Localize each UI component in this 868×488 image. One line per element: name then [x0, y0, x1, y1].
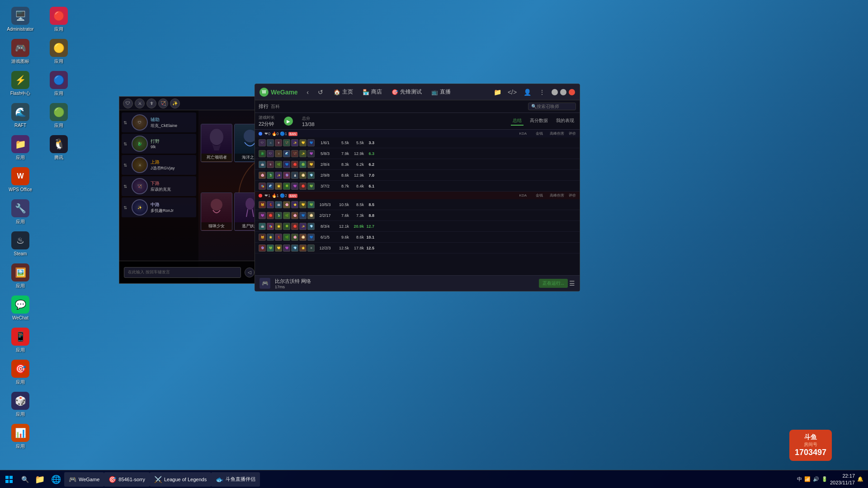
wegame-minimize-btn[interactable] [552, 89, 558, 95]
red-row-1-score: 8.5 [365, 202, 374, 207]
blue-row-5-champs: 🎭 🌊 🌟 🍀 💜 🔴 💚 [259, 183, 315, 190]
taskbar-start-btn[interactable] [0, 470, 18, 488]
blue-row-1-score: 3.3 [365, 141, 374, 145]
blue-row-2-champs: 🐉 🛡 ⚔ 🌊 🏹 ✨ 💜 [259, 150, 315, 157]
rankings-search-input[interactable] [537, 104, 573, 109]
wegame-code-btn[interactable]: </> [507, 87, 518, 98]
red-row-4-champs: 🐱 ⭐ 💃 🌿 🌸 🌕 💙 [259, 234, 315, 241]
tab-highscore[interactable]: 高分数据 [528, 117, 550, 126]
desktop-icon-wechat[interactable]: 💬 WeChat [2, 293, 38, 323]
wegame-menu-test[interactable]: 🎯 先锋测试 [388, 86, 425, 98]
desktop-icon-app8[interactable]: 🔴 应用 [41, 5, 77, 34]
desktop-icon-app2[interactable]: 🔧 应用 [2, 197, 38, 227]
taskbar-wegame-app[interactable]: 🎮 WeGame [64, 472, 104, 487]
status-game-info: 比尔古沃特 网络 17ms [275, 278, 311, 289]
team-member-jungle: ⇅ 🐉 打野 9lk [122, 134, 196, 154]
blue-highscore-header: 高峰伤害 [550, 131, 564, 136]
swap-icon-jungle[interactable]: ⇅ [123, 141, 129, 146]
taskbar-notification-btn[interactable]: 🔔 [857, 476, 863, 482]
rankings-stats-header: 游戏时长 22分钟 ▶ 总分 13/38 总结 高分数据 我的表现 [255, 113, 580, 130]
douyu-sub: 房间号 [795, 441, 826, 448]
taskbar-time-value: 22:17 [830, 473, 855, 479]
swap-icon-mid[interactable]: ⇅ [123, 205, 129, 210]
taskbar-search-btn[interactable]: 🔍 [18, 473, 32, 486]
wegame-menu-shop[interactable]: 🏪 商店 [359, 86, 386, 98]
red-row-2-kda: 2/2/17 [316, 213, 334, 218]
wegame-more-btn[interactable]: ⋮ [537, 87, 547, 98]
desktop-icon-steam[interactable]: ♨ Steam [2, 229, 38, 259]
wegame-maximize-btn[interactable] [560, 89, 566, 95]
desktop-icon-raft[interactable]: 🌊 RAFT [2, 101, 38, 131]
desktop-icon-app10[interactable]: 🔵 应用 [41, 69, 77, 99]
taskbar-chrome-btn[interactable]: 🌐 [48, 471, 64, 488]
wegame-back-btn[interactable]: ‹ [302, 87, 313, 98]
tab-summary[interactable]: 总结 [511, 117, 524, 126]
lol-title-left-icons: 🛡 ⚔ 🗡 🏹 ✨ [123, 99, 180, 108]
desktop-icon-app3[interactable]: 🖼️ 应用 [2, 261, 38, 291]
taskbar-lol-client-label: 85461-sorry [118, 477, 145, 482]
red-row-4-highscore: 8.6k [350, 235, 364, 239]
desktop-icon-app4[interactable]: 📱 应用 [2, 325, 38, 355]
ally-champ-name-1: 死亡颂唱者 [201, 154, 232, 161]
blue-row-3-highscore: 6.2k [350, 162, 364, 167]
blue-row-2-highscore: 12.9k [350, 151, 364, 156]
wegame-folder-btn[interactable]: 📁 [492, 87, 503, 98]
lol-chat-input[interactable]: 在此输入 按回车键发言 [124, 267, 241, 278]
blue-row-1-highscore: 5.5k [350, 141, 364, 145]
desktop-icon-penguin[interactable]: 🐧 腾讯 [41, 133, 77, 163]
desktop-icon-app5[interactable]: 🎯 应用 [2, 357, 38, 387]
desktop-icon-app1[interactable]: 📁 应用 [2, 133, 38, 163]
status-menu-btn[interactable]: ☰ [569, 280, 575, 287]
taskbar-wifi-icon[interactable]: 📶 [804, 476, 811, 482]
taskbar-douyu-app[interactable]: 🐟 斗鱼直播伴侣 [211, 472, 260, 487]
blue-row-1: 🛡 ⚔ 🗡 🏹 ✨ 💛 💙 1/6/1 5.5k 5.5k 3.3 [255, 137, 580, 148]
lol-icon-5: ✨ [170, 99, 180, 108]
member-info-support: 辅助 坦克_CkElaine [151, 117, 194, 129]
tab-myperf[interactable]: 我的表现 [554, 117, 576, 126]
swap-icon-bottom[interactable]: ⇅ [123, 184, 129, 189]
desktop-icon-app7[interactable]: 📊 应用 [2, 422, 38, 451]
taskbar-date-value: 2023/11/17 [830, 479, 855, 486]
desktop-icon-game1[interactable]: 🎮 游戏图标 [2, 37, 38, 66]
desktop-icon-administrator[interactable]: 🖥️ Administrator [2, 5, 38, 34]
wegame-refresh-btn[interactable]: ↺ [315, 87, 326, 98]
team-member-support: ⇅ 🛡 辅助 坦克_CkElaine [122, 113, 196, 132]
member-info-top: 上路 J选否RGVjay [151, 159, 194, 171]
member-info-mid: 中路 多悦趣RonJr [151, 202, 194, 214]
taskbar-lol-client-app[interactable]: 🎯 85461-sorry [104, 472, 150, 487]
taskbar-explorer-btn[interactable]: 📁 [32, 471, 48, 488]
ally-champ-slot-1[interactable]: 死亡颂唱者 [201, 124, 232, 162]
taskbar-lang-icon[interactable]: 中 [797, 476, 802, 483]
desktop-icon-app11[interactable]: 🟢 应用 [41, 101, 77, 131]
taskbar-sound-icon[interactable]: 🔊 [813, 476, 819, 482]
enemy-champ-slot-1[interactable]: 猫咪少女 [201, 192, 232, 231]
desktop-icon-app9[interactable]: 🟡 应用 [41, 37, 77, 66]
red-row-3-score: 12.7 [365, 224, 374, 229]
swap-icon-top[interactable]: ⇅ [123, 163, 129, 168]
wegame-close-btn[interactable] [569, 89, 575, 95]
swap-icon-support[interactable]: ⇅ [123, 120, 129, 125]
blue-row-4-score: 7.0 [365, 173, 374, 178]
red-row-5-score: 12.5 [365, 246, 374, 250]
role-label-bottom: 下路 [151, 180, 194, 187]
red-row-4-kda: 6/1/5 [316, 235, 334, 239]
desktop-icon-wps[interactable]: W WPS Office [2, 165, 38, 195]
blue-gold-header: 金钱 [536, 131, 543, 136]
role-label-jungle: 打野 [151, 138, 194, 145]
wegame-menu-home[interactable]: 🏠 主页 [330, 86, 357, 98]
status-game-name: 比尔古沃特 网络 [275, 278, 311, 285]
wegame-menu: 🏠 主页 🏪 商店 🎯 先锋测试 📺 直播 [330, 86, 490, 98]
lol-option-btn-1[interactable]: ◁ [245, 267, 255, 277]
taskbar-lol-game-app[interactable]: ⚔️ League of Legends [150, 472, 211, 487]
status-running-btn[interactable]: 正在运行... [539, 279, 568, 288]
desktop-icons-container: 🖥️ Administrator 🎮 游戏图标 ⚡ Flash中心 🌊 RAFT… [0, 0, 45, 465]
desktop-icon-flash[interactable]: ⚡ Flash中心 [2, 69, 38, 99]
wegame-user-btn[interactable]: 👤 [522, 87, 533, 98]
wegame-menu-live[interactable]: 📺 直播 [428, 86, 454, 98]
desktop-icon-app6[interactable]: 🎲 应用 [2, 389, 38, 419]
wegame-toolbar: 📁 </> 👤 ⋮ [492, 87, 549, 98]
play-button[interactable]: ▶ [284, 117, 293, 126]
blue-row-1-gold: 5.5k [335, 141, 349, 145]
role-label-mid: 中路 [151, 202, 194, 208]
wegame-titlebar: W WeGame ‹ ↺ 🏠 主页 🏪 商店 🎯 先锋测试 📺 直播 📁 </>… [255, 84, 580, 100]
